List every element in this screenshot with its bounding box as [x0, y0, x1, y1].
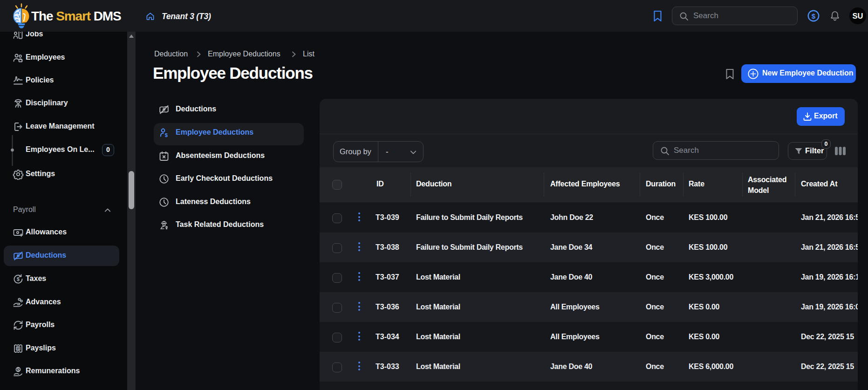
svg-text:$: $ — [165, 132, 168, 138]
svg-text:$: $ — [17, 367, 20, 372]
svg-text:$: $ — [17, 346, 20, 351]
svg-text:$: $ — [17, 276, 20, 282]
svg-text:$: $ — [812, 12, 816, 20]
